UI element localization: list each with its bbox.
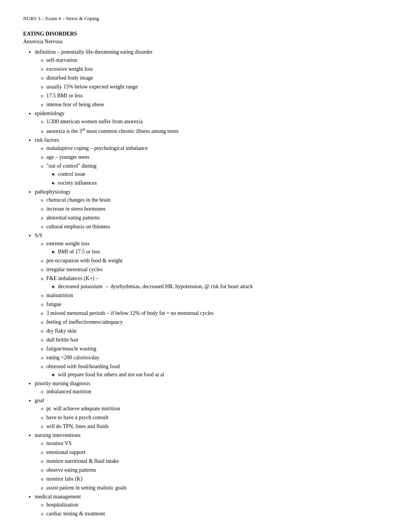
list-item: risk factorsmaladaptive coping – psychol… — [35, 136, 387, 187]
sub-list: self-starvationexcessive weight lossdist… — [35, 56, 387, 109]
sub-sub-list: will prepare food for others and not eat… — [46, 371, 387, 379]
list-item: nursing interventionsmonitor VSemotional… — [35, 431, 387, 492]
list-item-label: pathophysiology — [35, 189, 71, 195]
list-item: epidemiology1/200 american women suffer … — [35, 109, 387, 135]
sub-list-item: age – younger teens — [46, 153, 387, 161]
sub-list-item: 3 missed menstrual periods – if below 12… — [46, 309, 387, 317]
sub-item-text: "out of control" dieting — [46, 163, 97, 169]
sub-list-item: anorexia is the 3rd most common chronic … — [46, 126, 387, 135]
sub-list-item: disturbed body image — [46, 74, 387, 82]
sub-list-item: monitor labs (K) — [46, 475, 387, 483]
sub-list-item: pre-occupation with food & weight — [46, 257, 387, 265]
sub-list-item: excessive weight loss — [46, 65, 387, 73]
sub-list-item: fatigue/muscle wasting — [46, 345, 387, 353]
list-item-label: S/S — [35, 233, 42, 238]
sub-sub-list: control issuesociety influences — [46, 170, 387, 187]
sub-list-item: extreme weight lossBMI of 17.5 or less — [46, 240, 387, 256]
sub-list-item: chemical changes in the brain — [46, 196, 387, 204]
list-item: pathophysiologychemical changes in the b… — [35, 188, 387, 231]
sub-list-item: hospitalization — [46, 501, 387, 509]
sub-sub-list-item: society influences — [58, 179, 387, 187]
sub-item-text: F&E imbalances (K+) – — [46, 275, 98, 281]
list-item-label: definition – potentially life-threatenin… — [35, 49, 152, 55]
sub-list-item: F&E imbalances (K+) –decreased potassium… — [46, 274, 387, 291]
sub-list-item: emotional support — [46, 448, 387, 456]
sub-list-item: imbalanced nutrition — [46, 388, 387, 396]
section-container: EATING DISORDERS Anorexia Nervosa defini… — [23, 31, 387, 518]
sub-list-item: 17.5 BMI or less — [46, 92, 387, 100]
sub-list: 1/200 american women suffer from anorexi… — [35, 117, 387, 135]
sub-list-item: dry flaky skin — [46, 327, 387, 335]
list-item: definition – potentially life-threatenin… — [35, 48, 387, 109]
sub-list-item: observe eating patterns — [46, 466, 387, 474]
sub-list-item: cultural emphasis on thinness — [46, 223, 387, 231]
sub-list-item: monitor VS — [46, 439, 387, 447]
list-item-label: medical management — [35, 494, 81, 500]
sub-list-item: assist patient in setting realistic goal… — [46, 484, 387, 492]
sub-list-item: eating <200 calories/day — [46, 354, 387, 362]
sub-list-item: pt. will achieve adequate nutrition — [46, 405, 387, 413]
sub-list: imbalanced nutrition — [35, 388, 387, 396]
list-item-label: risk factors — [35, 137, 59, 143]
sub-sub-list-item: control issue — [58, 170, 387, 178]
section-title: EATING DISORDERS — [23, 31, 387, 37]
sub-item-text: obsessed with food/hoarding food — [46, 364, 120, 369]
sub-list-item: obsessed with food/hoarding foodwill pre… — [46, 362, 387, 379]
sub-list-item: self-starvation — [46, 56, 387, 64]
sub-list-item: have to have a psych consult — [46, 413, 387, 422]
sub-list: chemical changes in the brainincrease in… — [35, 196, 387, 231]
sub-list-item: fatigue — [46, 300, 387, 308]
sub-sub-list-item: will prepare food for others and not eat… — [58, 371, 387, 379]
list-item-label: priority nursing diagnosis — [35, 381, 90, 386]
sub-sub-list-item: decreased potassium → dysrhythmias, decr… — [58, 282, 387, 291]
subsection-title: Anorexia Nervosa — [23, 39, 387, 45]
sub-list-item: dull brittle hair — [46, 336, 387, 344]
sub-list: hospitalizationcardiac testing & treatme… — [35, 501, 387, 518]
main-list: definition – potentially life-threatenin… — [23, 48, 387, 518]
sub-list-item: will do TPN, lines and fluids — [46, 422, 387, 430]
list-item-label: goal — [35, 398, 44, 403]
sub-list-item: "out of control" dietingcontrol issuesoc… — [46, 162, 387, 187]
sub-list: monitor VSemotional supportmonitor nutri… — [35, 439, 387, 492]
list-item: goalpt. will achieve adequate nutritionh… — [35, 396, 387, 430]
sub-list-item: malnutrition — [46, 291, 387, 299]
list-item: priority nursing diagnosisimbalanced nut… — [35, 379, 387, 396]
page-header: NURS 3 – Exam 4 – Stress & Coping — [23, 15, 387, 22]
list-item-label: epidemiology — [35, 110, 64, 116]
sub-list: maladaptive coping – psychological imbal… — [35, 144, 387, 187]
sub-list-item: maladaptive coping – psychological imbal… — [46, 144, 387, 152]
list-item-label: nursing interventions — [35, 432, 81, 438]
sub-list-item: irregular menstrual cycles — [46, 265, 387, 274]
sub-list-item: usually 15% below expected weight range — [46, 83, 387, 91]
sub-list-item: feeling of ineffectiveness/adequacy — [46, 318, 387, 326]
sub-list-item: 1/200 american women suffer from anorexi… — [46, 117, 387, 126]
list-item: S/Sextreme weight lossBMI of 17.5 or les… — [35, 231, 387, 379]
sub-sub-list: decreased potassium → dysrhythmias, decr… — [46, 282, 387, 291]
sub-sub-list-item: BMI of 17.5 or less — [58, 248, 387, 256]
sub-list-item: increase in stress hormones — [46, 205, 387, 213]
sub-list-item: monitor nutritional & fluid intake — [46, 457, 387, 465]
sub-list-item: abnormal eating patterns — [46, 214, 387, 222]
sub-list-item: intense fear of being obese — [46, 100, 387, 109]
sub-list-item: cardiac testing & treatment — [46, 510, 387, 518]
list-item: medical managementhospitalizationcardiac… — [35, 493, 387, 518]
sub-list: pt. will achieve adequate nutritionhave … — [35, 405, 387, 430]
sub-sub-list: BMI of 17.5 or less — [46, 248, 387, 256]
sub-item-text: extreme weight loss — [46, 241, 90, 246]
sub-list: extreme weight lossBMI of 17.5 or lesspr… — [35, 240, 387, 379]
